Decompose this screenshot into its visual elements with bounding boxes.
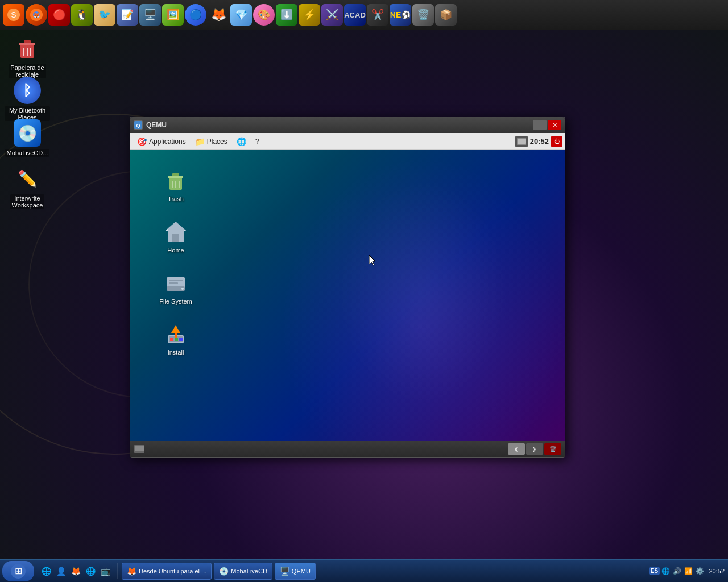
filesystem-label: File System [159, 298, 192, 305]
papelera-icon-image [14, 34, 41, 61]
torrent-icon[interactable]: ⬇️ [276, 4, 297, 26]
screenshot-button[interactable] [515, 136, 528, 147]
applications-menu[interactable]: 🎯 Applications [133, 136, 191, 147]
trash-icon-image [162, 167, 189, 194]
svg-rect-7 [24, 40, 31, 43]
svg-rect-29 [169, 282, 178, 284]
install-icon-image [162, 321, 189, 348]
applications-label: Applications [149, 138, 186, 146]
quicklaunch-icon-4[interactable]: 🌐 [84, 565, 97, 577]
qemu-btn-3[interactable]: 🗑️ [544, 443, 561, 455]
systray-lang[interactable]: ES [649, 566, 659, 576]
filesystem-icon-image [162, 269, 189, 297]
app3-icon[interactable]: 🔴 [48, 4, 70, 26]
moba-task-icon: 💿 [219, 567, 229, 576]
bluetooth-icon-image: ᛒ [14, 77, 41, 104]
svg-rect-14 [518, 139, 526, 144]
scissors-icon[interactable]: ✂️ [367, 4, 388, 26]
filesystem-desktop-icon[interactable]: File System [153, 269, 198, 305]
qemu-titlebar: Q QEMU — ✕ [130, 117, 565, 133]
places-icon: 📁 [195, 137, 205, 146]
qemu-menubar: 🎯 Applications 📁 Places 🌐 ? 20:52 ⏻ [130, 133, 565, 150]
qemu-task-label: QEMU [292, 568, 311, 575]
qemu-btn-2[interactable]: ⟫ [526, 443, 543, 455]
image-icon[interactable]: 🖼️ [162, 4, 184, 26]
svg-rect-15 [520, 144, 523, 145]
synaptic-icon[interactable]: S [3, 4, 24, 26]
minimize-button[interactable]: — [533, 120, 547, 130]
interwrite-icon[interactable]: ✏️ InterwriteWorkspace [5, 165, 50, 209]
trash-label: Trash [168, 196, 184, 202]
systray-volume[interactable]: 🔊 [672, 566, 682, 576]
moba-task-button[interactable]: 💿 MobaLiveCD [214, 563, 272, 580]
svg-rect-23 [172, 234, 179, 242]
svg-rect-34 [170, 338, 173, 341]
mobalivecd-icon[interactable]: 💿 MobaLiveCD... [5, 119, 50, 157]
install-desktop-icon[interactable]: Install [153, 321, 198, 356]
wow-icon[interactable]: ⚔️ [321, 4, 343, 26]
qemu-status-icon [134, 443, 145, 455]
blue-app-icon[interactable]: 🔵 [185, 4, 206, 26]
systray: ES 🌐 🔊 📶 ⚙️ 20:52 [645, 566, 728, 576]
taskbar-top: S 🦊 🔴 🐧 🐦 📝 🖥️ 🖼️ 🔵 🦊 💎 [0, 0, 728, 30]
home-desktop-icon[interactable]: Home [153, 218, 198, 253]
svg-rect-40 [138, 452, 140, 453]
qemu-btn-1[interactable]: ⟪ [508, 443, 525, 455]
qemu-title-icon: Q [134, 120, 143, 130]
trash-top-icon[interactable]: 🗑️ [412, 4, 434, 26]
interwrite-icon-image: ✏️ [14, 165, 41, 192]
prism-icon[interactable]: 💎 [230, 4, 252, 26]
app14-icon[interactable]: ⚡ [299, 4, 320, 26]
monitor-icon[interactable]: 🖥️ [139, 4, 161, 26]
writer-icon[interactable]: 📝 [117, 4, 138, 26]
bird-icon[interactable]: 🐦 [94, 4, 115, 26]
svg-point-27 [181, 288, 184, 290]
quicklaunch-icon-5[interactable]: 📺 [99, 565, 111, 577]
quick-launch: 🌐 👤 🦊 🌐 📺 [36, 565, 115, 577]
svg-rect-39 [135, 446, 144, 451]
firefox-task-label: Desde Ubuntu para el ... [139, 568, 206, 575]
svg-rect-36 [179, 338, 183, 341]
start-button[interactable]: ⊞ [2, 561, 34, 581]
qemu-clock-area: 20:52 ⏻ [515, 136, 562, 147]
mobalivecd-label: MobaLiveCD... [5, 149, 50, 157]
power-button[interactable]: ⏻ [551, 136, 562, 147]
quicklaunch-icon-1[interactable]: 🌐 [40, 565, 52, 577]
internet-menu[interactable]: 🌐 [232, 136, 251, 147]
firefox2-icon[interactable]: 🦊 [26, 4, 47, 26]
firefox-task-icon: 🦊 [127, 567, 136, 576]
bluetooth-desktop-icon[interactable]: ᛒ My Bluetooth Places [5, 77, 50, 121]
interwrite-label: InterwriteWorkspace [10, 194, 45, 209]
systray-icon-4[interactable]: 📶 [683, 566, 693, 576]
quicklaunch-icon-3[interactable]: 🦊 [69, 565, 82, 577]
qemu-task-button[interactable]: 🖥️ QEMU [275, 563, 316, 580]
qemu-bottombar: ⟪ ⟫ 🗑️ [130, 441, 565, 457]
games-icon[interactable]: 🐧 [71, 4, 93, 26]
firefox-task-button[interactable]: 🦊 Desde Ubuntu para el ... [122, 563, 212, 580]
box-icon[interactable]: 📦 [435, 4, 457, 26]
moba-task-label: MobaLiveCD [231, 568, 267, 575]
svg-rect-33 [175, 333, 177, 338]
qemu-task-icon: 🖥️ [280, 567, 289, 576]
svg-text:⊞: ⊞ [15, 566, 22, 576]
close-button[interactable]: ✕ [548, 120, 561, 130]
svg-text:Q: Q [136, 123, 140, 128]
help-label: ? [255, 138, 259, 146]
home-label: Home [167, 247, 184, 253]
papelera-icon[interactable]: Papelera dereciclaje [5, 34, 50, 78]
qemu-desktop[interactable]: Trash Home [130, 150, 565, 441]
acad-icon[interactable]: ACAD [344, 4, 366, 26]
systray-network[interactable]: 🌐 [660, 566, 671, 576]
pes-icon[interactable]: NE⚽ [390, 4, 411, 26]
svg-marker-32 [171, 325, 180, 333]
places-menu[interactable]: 📁 Places [191, 136, 232, 147]
color-icon[interactable]: 🎨 [253, 4, 275, 26]
systray-time: 20:52 [709, 568, 725, 575]
systray-icon-5[interactable]: ⚙️ [694, 566, 705, 576]
svg-rect-28 [169, 280, 183, 281]
firefox-icon[interactable]: 🦊 [208, 4, 229, 26]
install-label: Install [168, 349, 184, 356]
trash-desktop-icon[interactable]: Trash [153, 167, 198, 202]
quicklaunch-icon-2[interactable]: 👤 [55, 565, 67, 577]
help-menu[interactable]: ? [251, 136, 264, 147]
